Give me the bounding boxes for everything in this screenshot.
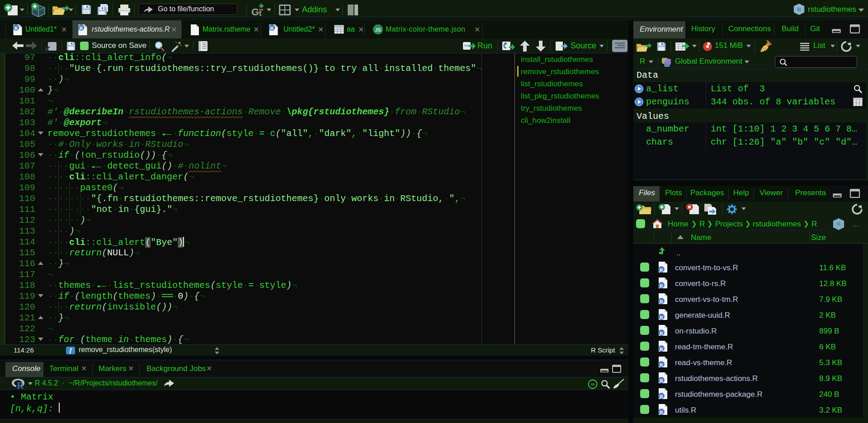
svg-text:R: R	[14, 25, 19, 31]
svg-text:t: t	[259, 9, 262, 17]
svg-text:R: R	[660, 315, 664, 320]
svg-text:R: R	[17, 380, 24, 389]
svg-text:R: R	[660, 267, 664, 273]
svg-text:R: R	[660, 378, 664, 383]
svg-text:R: R	[837, 221, 840, 226]
svg-text:R: R	[660, 299, 664, 304]
svg-text:JS: JS	[375, 27, 381, 33]
svg-text:R: R	[80, 25, 84, 31]
svg-text:∞: ∞	[591, 381, 595, 387]
svg-text:R: R	[797, 6, 802, 13]
svg-text:R: R	[660, 283, 664, 288]
svg-text:R: R	[660, 362, 664, 367]
svg-text:R: R	[660, 394, 664, 399]
svg-text:R: R	[660, 330, 664, 336]
svg-text:R: R	[270, 25, 274, 31]
svg-text:R: R	[660, 409, 664, 415]
svg-text:R: R	[660, 346, 664, 352]
svg-text:G: G	[251, 6, 259, 17]
